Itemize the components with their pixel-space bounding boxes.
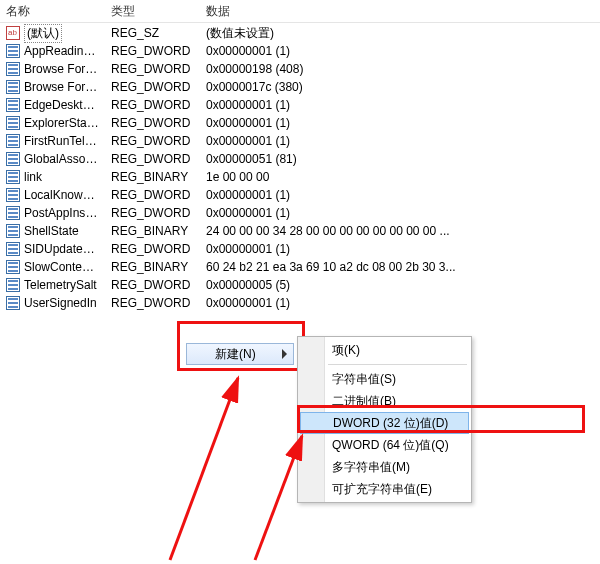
name-cell: LocalKnownFol...	[0, 188, 105, 202]
binary-value-icon	[6, 62, 20, 76]
table-row[interactable]: LocalKnownFol...REG_DWORD0x00000001 (1)	[0, 186, 600, 204]
value-name: LocalKnownFol...	[24, 188, 99, 202]
type-cell: REG_DWORD	[105, 206, 200, 220]
menu-item-string[interactable]: 字符串值(S)	[298, 368, 471, 390]
table-row[interactable]: Browse For Fol...REG_DWORD0x00000198 (40…	[0, 60, 600, 78]
value-list[interactable]: 名称 类型 数据 (默认)REG_SZ(数值未设置)AppReadiness..…	[0, 0, 600, 312]
value-name: SIDUpdatedO...	[24, 242, 99, 256]
submenu-arrow-icon	[282, 349, 287, 359]
value-name: Browse For Fol...	[24, 62, 99, 76]
binary-value-icon	[6, 44, 20, 58]
data-cell: 24 00 00 00 34 28 00 00 00 00 00 00 00 0…	[200, 224, 600, 238]
name-cell: Browse For Fol...	[0, 80, 105, 94]
binary-value-icon	[6, 242, 20, 256]
table-row[interactable]: FirstRunTelem...REG_DWORD0x00000001 (1)	[0, 132, 600, 150]
binary-value-icon	[6, 152, 20, 166]
binary-value-icon	[6, 296, 20, 310]
data-cell: 0x00000001 (1)	[200, 206, 600, 220]
column-header-type[interactable]: 类型	[105, 1, 200, 22]
value-name: SlowContextM...	[24, 260, 99, 274]
type-cell: REG_DWORD	[105, 296, 200, 310]
type-cell: REG_BINARY	[105, 224, 200, 238]
type-cell: REG_DWORD	[105, 188, 200, 202]
name-cell: AppReadiness...	[0, 44, 105, 58]
value-name: Browse For Fol...	[24, 80, 99, 94]
type-cell: REG_DWORD	[105, 116, 200, 130]
binary-value-icon	[6, 278, 20, 292]
context-submenu-new[interactable]: 项(K) 字符串值(S) 二进制值(B) DWORD (32 位)值(D) QW…	[297, 336, 472, 503]
type-cell: REG_DWORD	[105, 62, 200, 76]
svg-line-1	[255, 436, 302, 560]
menu-item-key[interactable]: 项(K)	[298, 339, 471, 361]
binary-value-icon	[6, 224, 20, 238]
name-cell: Browse For Fol...	[0, 62, 105, 76]
column-header-name[interactable]: 名称	[0, 1, 105, 22]
type-cell: REG_DWORD	[105, 242, 200, 256]
value-name: ExplorerStartu...	[24, 116, 99, 130]
value-rows: (默认)REG_SZ(数值未设置)AppReadiness...REG_DWOR…	[0, 23, 600, 312]
data-cell: 60 24 b2 21 ea 3a 69 10 a2 dc 08 00 2b 3…	[200, 260, 600, 274]
table-row[interactable]: SlowContextM...REG_BINARY60 24 b2 21 ea …	[0, 258, 600, 276]
name-cell: ShellState	[0, 224, 105, 238]
data-cell: 0x00000198 (408)	[200, 62, 600, 76]
column-header-row: 名称 类型 数据	[0, 0, 600, 23]
name-cell: GlobalAssocCh...	[0, 152, 105, 166]
data-cell: 0x00000001 (1)	[200, 242, 600, 256]
value-name: AppReadiness...	[24, 44, 99, 58]
table-row[interactable]: AppReadiness...REG_DWORD0x00000001 (1)	[0, 42, 600, 60]
data-cell: 0x00000001 (1)	[200, 188, 600, 202]
value-name: EdgeDesktopS...	[24, 98, 99, 112]
data-cell: 0x00000001 (1)	[200, 116, 600, 130]
value-name: TelemetrySalt	[24, 278, 97, 292]
name-cell: FirstRunTelem...	[0, 134, 105, 148]
type-cell: REG_SZ	[105, 26, 200, 40]
menu-item-dword[interactable]: DWORD (32 位)值(D)	[300, 412, 469, 434]
menu-item-qword[interactable]: QWORD (64 位)值(Q)	[298, 434, 471, 456]
name-cell: SlowContextM...	[0, 260, 105, 274]
value-name: GlobalAssocCh...	[24, 152, 99, 166]
table-row[interactable]: ExplorerStartu...REG_DWORD0x00000001 (1)	[0, 114, 600, 132]
menu-item-binary[interactable]: 二进制值(B)	[298, 390, 471, 412]
name-cell: EdgeDesktopS...	[0, 98, 105, 112]
table-row[interactable]: PostAppInstall...REG_DWORD0x00000001 (1)	[0, 204, 600, 222]
data-cell: 0x00000001 (1)	[200, 98, 600, 112]
svg-line-0	[170, 378, 238, 560]
table-row[interactable]: SIDUpdatedO...REG_DWORD0x00000001 (1)	[0, 240, 600, 258]
type-cell: REG_DWORD	[105, 98, 200, 112]
table-row[interactable]: TelemetrySaltREG_DWORD0x00000005 (5)	[0, 276, 600, 294]
string-value-icon	[6, 26, 20, 40]
type-cell: REG_DWORD	[105, 44, 200, 58]
binary-value-icon	[6, 80, 20, 94]
menu-separator	[328, 364, 467, 365]
name-cell: TelemetrySalt	[0, 278, 105, 292]
binary-value-icon	[6, 116, 20, 130]
table-row[interactable]: Browse For Fol...REG_DWORD0x0000017c (38…	[0, 78, 600, 96]
name-cell: SIDUpdatedO...	[0, 242, 105, 256]
table-row[interactable]: UserSignedInREG_DWORD0x00000001 (1)	[0, 294, 600, 312]
column-header-data[interactable]: 数据	[200, 1, 600, 22]
table-row[interactable]: linkREG_BINARY1e 00 00 00	[0, 168, 600, 186]
type-cell: REG_DWORD	[105, 80, 200, 94]
value-name: PostAppInstall...	[24, 206, 99, 220]
name-cell: UserSignedIn	[0, 296, 105, 310]
value-name: FirstRunTelem...	[24, 134, 99, 148]
binary-value-icon	[6, 98, 20, 112]
type-cell: REG_BINARY	[105, 170, 200, 184]
table-row[interactable]: ShellStateREG_BINARY24 00 00 00 34 28 00…	[0, 222, 600, 240]
menu-item-expand[interactable]: 可扩充字符串值(E)	[298, 478, 471, 500]
table-row[interactable]: EdgeDesktopS...REG_DWORD0x00000001 (1)	[0, 96, 600, 114]
value-name: ShellState	[24, 224, 79, 238]
data-cell: 0x00000001 (1)	[200, 134, 600, 148]
name-cell: link	[0, 170, 105, 184]
binary-value-icon	[6, 260, 20, 274]
binary-value-icon	[6, 206, 20, 220]
data-cell: 0x0000017c (380)	[200, 80, 600, 94]
menu-item-multi[interactable]: 多字符串值(M)	[298, 456, 471, 478]
data-cell: 0x00000001 (1)	[200, 296, 600, 310]
table-row[interactable]: GlobalAssocCh...REG_DWORD0x00000051 (81)	[0, 150, 600, 168]
table-row[interactable]: (默认)REG_SZ(数值未设置)	[0, 24, 600, 42]
context-menu-new[interactable]: 新建(N)	[186, 343, 294, 365]
data-cell: 1e 00 00 00	[200, 170, 600, 184]
data-cell: (数值未设置)	[200, 25, 600, 42]
name-cell: PostAppInstall...	[0, 206, 105, 220]
